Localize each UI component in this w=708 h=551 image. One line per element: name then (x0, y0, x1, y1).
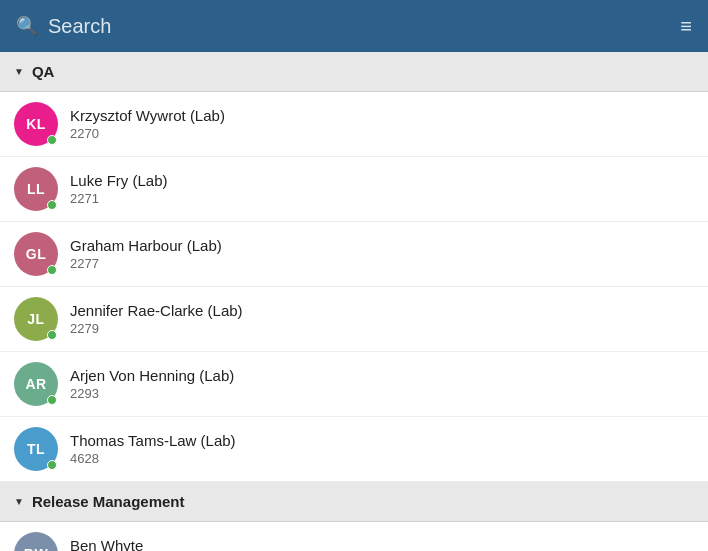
avatar-initials: JL (27, 311, 44, 327)
item-info: Arjen Von Henning (Lab) 2293 (70, 367, 234, 401)
section-title-release-management: Release Management (32, 493, 185, 510)
avatar: LL (14, 167, 58, 211)
section-title-qa: QA (32, 63, 55, 80)
avatar: KL (14, 102, 58, 146)
online-status-dot (47, 265, 57, 275)
online-status-dot (47, 135, 57, 145)
search-input-label[interactable]: Search (48, 15, 111, 38)
search-icon: 🔍 (16, 15, 38, 37)
list-item[interactable]: GL Graham Harbour (Lab) 2277 (0, 222, 708, 287)
avatar-initials: LL (27, 181, 45, 197)
list-item[interactable]: BW Ben Whyte 2249 (0, 522, 708, 551)
menu-icon[interactable]: ≡ (680, 15, 692, 38)
avatar: AR (14, 362, 58, 406)
item-info: Jennifer Rae-Clarke (Lab) 2279 (70, 302, 243, 336)
avatar-initials: GL (26, 246, 46, 262)
list-item[interactable]: AR Arjen Von Henning (Lab) 2293 (0, 352, 708, 417)
item-name: Krzysztof Wywrot (Lab) (70, 107, 225, 124)
content-area: ▼ QA KL Krzysztof Wywrot (Lab) 2270 LL L… (0, 52, 708, 551)
item-number: 2270 (70, 126, 225, 141)
avatar-initials: KL (26, 116, 46, 132)
list-item[interactable]: JL Jennifer Rae-Clarke (Lab) 2279 (0, 287, 708, 352)
item-number: 2293 (70, 386, 234, 401)
app-header: 🔍 Search ≡ (0, 0, 708, 52)
item-name: Arjen Von Henning (Lab) (70, 367, 234, 384)
item-number: 2277 (70, 256, 222, 271)
collapse-triangle-release-management: ▼ (14, 496, 24, 507)
section-header-release-management[interactable]: ▼ Release Management (0, 482, 708, 522)
search-area[interactable]: 🔍 Search (16, 15, 111, 38)
item-number: 2279 (70, 321, 243, 336)
item-number: 2271 (70, 191, 168, 206)
item-name: Luke Fry (Lab) (70, 172, 168, 189)
avatar: TL (14, 427, 58, 471)
item-info: Graham Harbour (Lab) 2277 (70, 237, 222, 271)
list-item[interactable]: KL Krzysztof Wywrot (Lab) 2270 (0, 92, 708, 157)
avatar: GL (14, 232, 58, 276)
avatar-initials: BW (24, 546, 48, 551)
item-info: Ben Whyte 2249 (70, 537, 143, 551)
item-info: Krzysztof Wywrot (Lab) 2270 (70, 107, 225, 141)
item-name: Jennifer Rae-Clarke (Lab) (70, 302, 243, 319)
avatar-initials: AR (25, 376, 46, 392)
section-header-qa[interactable]: ▼ QA (0, 52, 708, 92)
item-number: 4628 (70, 451, 236, 466)
item-info: Thomas Tams-Law (Lab) 4628 (70, 432, 236, 466)
item-name: Graham Harbour (Lab) (70, 237, 222, 254)
collapse-triangle-qa: ▼ (14, 66, 24, 77)
avatar: BW (14, 532, 58, 551)
item-name: Thomas Tams-Law (Lab) (70, 432, 236, 449)
item-info: Luke Fry (Lab) 2271 (70, 172, 168, 206)
item-name: Ben Whyte (70, 537, 143, 551)
online-status-dot (47, 460, 57, 470)
online-status-dot (47, 200, 57, 210)
online-status-dot (47, 330, 57, 340)
online-status-dot (47, 395, 57, 405)
list-item[interactable]: TL Thomas Tams-Law (Lab) 4628 (0, 417, 708, 482)
avatar-initials: TL (27, 441, 45, 457)
list-item[interactable]: LL Luke Fry (Lab) 2271 (0, 157, 708, 222)
avatar: JL (14, 297, 58, 341)
